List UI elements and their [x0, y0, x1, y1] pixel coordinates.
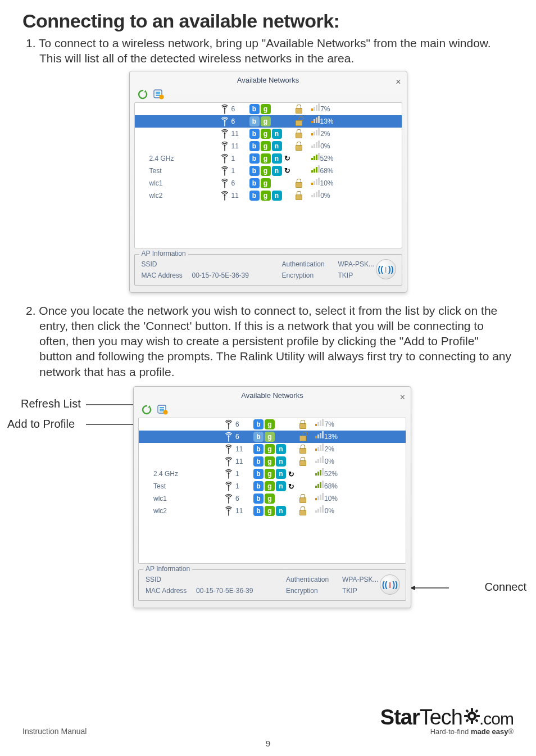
list-item[interactable]: wlc2 11 bgn 0% [139, 505, 406, 517]
wps-icon: ↻ [283, 166, 292, 175]
svg-point-9 [224, 157, 225, 159]
list-item[interactable]: 6 bg 7% [135, 103, 402, 115]
ap-info-legend: AP Information [143, 565, 192, 573]
mode-g-icon: g [261, 178, 271, 188]
mode-g-icon: g [265, 481, 275, 491]
callout-addprofile-label: Add to Profile [7, 418, 75, 431]
svg-point-28 [228, 472, 229, 474]
mode-n-icon: n [276, 481, 286, 491]
svg-point-10 [224, 169, 225, 171]
available-networks-panel-1: Available Networks × 6 bg 7% 6 [129, 71, 407, 293]
signal-percent: 2% [320, 130, 330, 138]
svg-point-8 [224, 144, 225, 146]
mode-b-icon: b [249, 104, 260, 114]
network-name: Test [142, 482, 222, 490]
ap-information-box: AP Information SSID Authentication WPA-P… [138, 569, 406, 601]
list-item[interactable]: wlc2 11 bgn 0% [135, 189, 402, 202]
list-item[interactable]: 11 bgn 0% [139, 455, 406, 468]
channel-value: 6 [231, 179, 249, 187]
connect-button[interactable]: (( | )) [380, 574, 400, 595]
panel2-wrapper: Refresh List Add to Profile Connect Avai… [26, 384, 510, 614]
mode-g-icon: g [265, 506, 275, 516]
signal-percent: 52% [324, 470, 338, 478]
svg-rect-37 [465, 709, 469, 713]
signal-icon [315, 443, 324, 451]
channel-value: 1 [235, 470, 253, 478]
antenna-icon [220, 178, 229, 188]
svg-point-12 [224, 194, 225, 196]
mode-n-icon: n [276, 444, 286, 454]
mode-b-icon: b [253, 419, 264, 429]
brand-logo: StarTech .com [380, 705, 514, 730]
mode-g-icon: g [265, 469, 275, 479]
svg-rect-39 [475, 709, 478, 713]
signal-percent: 13% [324, 433, 338, 441]
list-item[interactable]: 6 bg 13% [135, 115, 402, 128]
list-item[interactable]: 6 bg 7% [139, 418, 406, 431]
close-icon[interactable]: × [396, 77, 401, 87]
signal-icon [311, 165, 320, 173]
channel-value: 11 [235, 445, 253, 453]
signal-icon [315, 418, 324, 426]
signal-icon [315, 455, 324, 463]
antenna-icon [220, 141, 229, 151]
antenna-icon [224, 419, 233, 429]
channel-value: 1 [231, 167, 249, 175]
antenna-icon [224, 506, 233, 516]
antenna-icon [220, 166, 229, 176]
list-item[interactable]: 2.4 GHz 1 bgn↻ 52% [135, 152, 402, 165]
add-to-profile-button[interactable] [156, 403, 169, 415]
network-name: wlc2 [138, 192, 218, 200]
refresh-button[interactable] [137, 88, 149, 100]
list-item[interactable]: wlc1 6 bg 10% [139, 492, 406, 505]
network-list[interactable]: 6 bg 7% 6 bg 13% 11 bgn 2% 11 bgn 0% 2.4… [138, 418, 406, 564]
signal-icon [311, 177, 320, 185]
signal-icon [315, 468, 324, 476]
channel-value: 6 [231, 117, 249, 125]
mode-b-icon: b [253, 506, 264, 516]
list-item[interactable]: Test 1 bgn↻ 68% [135, 165, 402, 177]
mode-n-icon: n [272, 129, 282, 139]
channel-value: 11 [231, 130, 249, 138]
list-item[interactable]: 11 bgn 2% [139, 443, 406, 455]
mode-b-icon: b [249, 141, 260, 151]
enc-label: Encryption [282, 271, 338, 279]
signal-icon [315, 505, 324, 513]
antenna-icon [224, 494, 233, 504]
mac-label: MAC Address [142, 271, 192, 279]
add-to-profile-button[interactable] [152, 88, 165, 100]
panel-title: Available Networks [237, 76, 299, 84]
list-item[interactable]: wlc1 6 bg 10% [135, 177, 402, 189]
svg-point-41 [470, 714, 474, 718]
antenna-icon [224, 444, 233, 454]
network-list[interactable]: 6 bg 7% 6 bg 13% 11 bgn 2% 11 bgn 0% 2.4… [134, 102, 402, 248]
signal-percent: 7% [320, 105, 330, 113]
signal-icon [311, 152, 320, 160]
mode-g-icon: g [261, 191, 271, 201]
list-item[interactable]: 11 bgn 2% [135, 128, 402, 140]
channel-value: 6 [235, 495, 253, 503]
list-item[interactable]: Test 1 bgn↻ 68% [139, 480, 406, 492]
mode-n-icon: n [272, 191, 282, 201]
svg-point-5 [224, 107, 225, 109]
list-item[interactable]: 6 bg 13% [139, 431, 406, 443]
network-name: 2.4 GHz [142, 470, 222, 478]
signal-percent: 13% [320, 117, 334, 125]
antenna-icon [220, 191, 229, 201]
network-name: wlc2 [142, 507, 222, 515]
signal-icon [311, 103, 320, 111]
refresh-button[interactable] [140, 403, 153, 415]
network-name: wlc1 [138, 179, 218, 187]
connect-button[interactable]: (( | )) [376, 259, 396, 279]
signal-percent: 0% [325, 507, 334, 515]
lock-open-icon [298, 432, 306, 441]
list-item[interactable]: 11 bgn 0% [135, 140, 402, 152]
signal-percent: 68% [320, 167, 334, 175]
close-icon[interactable]: × [400, 392, 405, 402]
mode-g-icon: g [265, 419, 275, 429]
signal-percent: 10% [324, 495, 338, 503]
list-item[interactable]: 2.4 GHz 1 bgn↻ 52% [139, 468, 406, 480]
page-title: Connecting to an available network: [22, 10, 514, 32]
available-networks-panel-2: Available Networks × [133, 386, 411, 608]
mode-g-icon: g [265, 494, 275, 504]
